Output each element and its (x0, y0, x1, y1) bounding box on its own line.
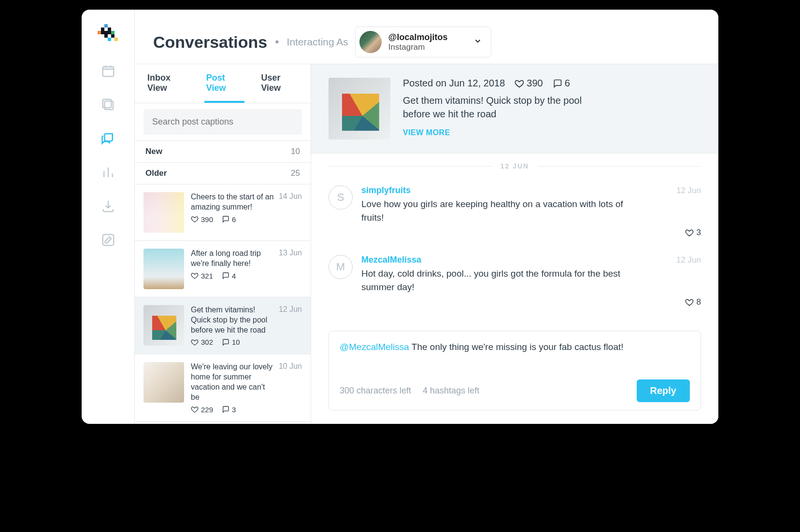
post-thumb (143, 362, 184, 403)
reply-box[interactable]: @MezcalMelissa The only thing we're miss… (329, 331, 701, 410)
reply-button[interactable]: Reply (637, 379, 690, 402)
post-detail-caption: Get them vitamins! Quick stop by the poo… (403, 94, 611, 121)
date-divider: 12 JUN (311, 154, 718, 174)
section-new-label: New (145, 147, 162, 156)
post-likes: 390 (191, 215, 213, 224)
tab-inbox-view[interactable]: Inbox View (145, 64, 190, 103)
post-likes: 321 (191, 272, 213, 280)
post-item[interactable]: Get them vitamins! Quick stop by the poo… (135, 297, 311, 354)
post-date: 13 Jun (279, 249, 302, 269)
post-likes: 390 (514, 78, 543, 89)
comment-text: Hot day, cold drinks, pool... you girls … (361, 267, 632, 294)
view-more-button[interactable]: VIEW MORE (403, 128, 701, 137)
comment-likes[interactable]: 8 (361, 297, 701, 307)
app-window: Conversations • Interacting As @localmoj… (82, 10, 718, 424)
comment-date: 12 Jun (676, 255, 701, 265)
comment: MMezcalMelissa12 JunHot day, cold drinks… (329, 246, 701, 316)
separator-dot: • (274, 35, 280, 49)
post-likes: 302 (191, 338, 213, 346)
comment-list: Ssimplyfruits12 JunLove how you girls ar… (311, 174, 718, 331)
post-comments: 3 (222, 406, 236, 414)
account-platform: Instagram (388, 42, 448, 52)
post-date: 10 Jun (279, 362, 302, 402)
account-picker[interactable]: @localmojitos Instagram (355, 27, 492, 57)
search-input[interactable] (143, 109, 302, 135)
chevron-down-icon (473, 37, 482, 47)
comment-date: 12 Jun (676, 186, 701, 196)
post-caption: We're leaving our lovely home for summer… (191, 362, 275, 402)
post-item[interactable]: After a long road trip we're finally her… (135, 241, 311, 297)
comment-avatar: M (329, 255, 353, 279)
svg-rect-3 (102, 235, 114, 246)
comment: Ssimplyfruits12 JunLove how you girls ar… (329, 177, 701, 246)
post-date: 12 Jun (279, 305, 302, 335)
post-caption: Get them vitamins! Quick stop by the poo… (191, 305, 275, 335)
post-item[interactable]: Cheers to the start of an amazing summer… (135, 184, 311, 241)
view-tabs: Inbox View Post View User View (135, 64, 311, 103)
post-thumb (143, 249, 184, 289)
comment-user[interactable]: MezcalMelissa (361, 255, 421, 265)
compose-icon[interactable] (100, 232, 116, 248)
hashtags-left: 4 hashtags left (423, 386, 479, 396)
tab-user-view[interactable]: User View (259, 64, 300, 103)
post-detail-header: Posted on Jun 12, 2018 390 6 Get them vi… (311, 64, 718, 154)
reply-input[interactable]: @MezcalMelissa The only thing we're miss… (340, 341, 690, 360)
page-header: Conversations • Interacting As @localmoj… (135, 10, 718, 64)
section-new-count: 10 (291, 147, 300, 156)
post-list-panel: Inbox View Post View User View New 10 Ol… (135, 64, 311, 424)
posted-on-label: Posted on Jun 12, 2018 (403, 78, 505, 89)
post-comments: 6 (553, 78, 570, 89)
post-thumb (143, 305, 184, 346)
chars-left: 300 characters left (340, 386, 411, 396)
analytics-icon[interactable] (100, 164, 116, 181)
comment-likes[interactable]: 3 (361, 228, 701, 238)
post-list: Cheers to the start of an amazing summer… (135, 184, 311, 424)
section-older-label: Older (145, 168, 167, 178)
interacting-as-label: Interacting As (287, 36, 348, 48)
conversation-panel: Posted on Jun 12, 2018 390 6 Get them vi… (311, 64, 718, 424)
nav-rail (82, 10, 135, 424)
calendar-icon[interactable] (100, 63, 116, 79)
post-comments: 10 (222, 338, 240, 346)
account-handle: @localmojitos (388, 32, 448, 42)
page-title: Conversations (153, 33, 267, 52)
post-caption: Cheers to the start of an amazing summer… (191, 192, 275, 212)
section-new[interactable]: New 10 (135, 141, 311, 163)
comment-text: Love how you girls are keeping healthy o… (361, 197, 632, 224)
post-comments: 6 (222, 215, 236, 224)
post-thumb (143, 192, 184, 233)
account-avatar (359, 31, 382, 53)
conversations-icon[interactable] (100, 130, 116, 147)
download-icon[interactable] (100, 198, 116, 214)
app-logo (98, 24, 119, 45)
post-date: 14 Jun (279, 192, 302, 212)
section-older-count: 25 (291, 168, 300, 178)
comment-user[interactable]: simplyfruits (361, 185, 411, 196)
media-icon[interactable] (100, 97, 116, 113)
section-older[interactable]: Older 25 (135, 163, 311, 184)
post-likes: 229 (191, 406, 213, 414)
comment-avatar: S (329, 185, 353, 210)
post-comments: 4 (222, 272, 236, 280)
post-caption: After a long road trip we're finally her… (191, 249, 275, 269)
post-detail-thumb (329, 78, 390, 140)
tab-post-view[interactable]: Post View (204, 64, 245, 103)
svg-rect-0 (102, 67, 114, 76)
post-item[interactable]: We're leaving our lovely home for summer… (135, 354, 311, 421)
